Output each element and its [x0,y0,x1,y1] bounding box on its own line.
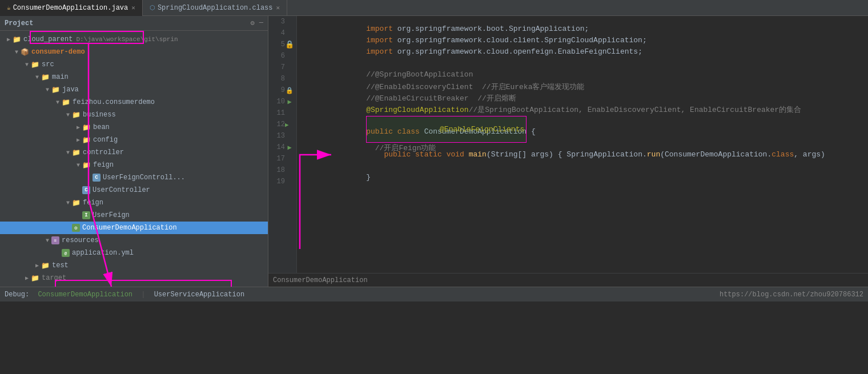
status-bar: Debug: ConsumerDemoApplication | UserSer… [0,287,868,301]
folder-icon-bean: 📁 [82,123,91,132]
code-line-11: @EnableFeignClients //开启Feign功能 [304,107,861,119]
folder-icon-test: 📁 [41,262,50,270]
folder-icon-target: 📁 [31,274,39,283]
tree-item-consumer-demo[interactable]: ▼ 📦 consumer-demo [0,46,268,58]
class-icon-user-ctrl: C [82,186,90,194]
tree-item-target[interactable]: ▶ 📁 target [0,272,268,284]
line-num-5: 5 [272,41,285,49]
line-num-12: 12 [272,120,285,128]
line-num-17: 17 [272,155,285,163]
tab-spring-cloud-app[interactable]: ⬡ SpringCloudApplication.class ✕ [143,0,287,16]
toggle-main[interactable]: ▼ [33,74,41,81]
tree-item-resources[interactable]: ▼ ≡ resources [0,234,268,247]
tree-item-cloud-parent[interactable]: ▶ 📁 cloud_parent D:\java\workSpace\git\s… [0,33,268,46]
user-feign-ctrl-label: UserFeignControll... [103,174,185,182]
code-text-area: import org.springframework.boot.SpringAp… [297,16,868,273]
line-num-18: 18 [272,166,285,174]
toggle-business[interactable]: ▼ [64,112,72,118]
tree-item-user-feign[interactable]: I UserFeign [0,209,268,222]
toggle-controller[interactable]: ▼ [64,150,72,156]
yml-icon: @ [62,249,70,257]
tab-close-btn[interactable]: ✕ [131,4,135,11]
folder-icon-consumer: 📦 [21,48,29,57]
feign-top-label: feign [83,199,103,207]
toggle-test[interactable]: ▶ [33,262,41,269]
resources-icon: ≡ [51,236,59,244]
folder-icon-config: 📁 [82,136,91,144]
tree-item-consumer-demo-app[interactable]: ⚙ ConsumerDemoApplication [0,222,268,234]
settings-icon[interactable]: ⚙ [251,19,255,27]
line-num-4: 4 [272,29,285,37]
panel-icons: ⚙ — [251,19,263,27]
tree-item-feign-top[interactable]: ▼ 📁 feign [0,196,268,209]
resources-label: resources [62,236,99,244]
test-label: test [52,262,69,270]
feign-sub-label: feign [93,161,114,169]
app1-status[interactable]: ConsumerDemoApplication [38,291,132,299]
toggle-consumer-demo[interactable]: ▼ [13,49,21,55]
tree-item-config[interactable]: ▶ 📁 config [0,134,268,146]
panel-header: Project ⚙ — [0,16,268,31]
line-num-13: 13 [272,132,285,140]
line-num-9: 9 [272,86,285,94]
tab-label-2: SpringCloudApplication.class [158,4,273,12]
folder-icon-feign-sub: 📁 [82,161,91,170]
toggle-cloud-parent[interactable]: ▶ [5,36,13,43]
lock-icon-5: 🔒 [285,40,294,49]
toggle-bean[interactable]: ▶ [74,124,82,131]
toggle-feign-sub[interactable]: ▼ [74,162,82,168]
line-num-3: 3 [272,18,285,26]
toggle-feign-top[interactable]: ▼ [64,200,72,206]
code-line-18: } [304,164,861,176]
toggle-target[interactable]: ▶ [23,275,31,281]
line-num-6: 6 [272,52,285,60]
app2-status[interactable]: UserServiceApplication [154,291,244,299]
controller-label: controller [83,148,124,156]
class-icon-user-feign-ctrl: C [93,174,101,182]
tree-item-controller[interactable]: ▼ 📁 controller [0,146,268,159]
collapse-icon[interactable]: — [259,19,263,27]
main-label: main [52,73,69,81]
tree-item-bean[interactable]: ▶ 📁 bean [0,121,268,134]
class-file-icon: ⬡ [150,4,155,11]
tree-item-user-ctrl[interactable]: C UserController [0,184,268,196]
line-num-8: 8 [272,75,285,83]
tree-item-feign-sub[interactable]: ▼ 📁 feign [0,159,268,171]
run-icon-10[interactable]: ▶ [285,98,294,106]
cloud-parent-path: D:\java\workSpace\git\sprin [76,36,178,43]
tree-item-test[interactable]: ▶ 📁 test [0,259,268,272]
toggle-java[interactable]: ▼ [43,87,51,93]
status-url: https://blog.csdn.net/zhou920786312 [720,291,863,299]
business-label: business [83,111,116,119]
cloud-parent-label: cloud_parent [23,35,73,43]
line-num-10: 10 [272,98,285,106]
code-editor: 3 4 5 🔒 [268,16,868,287]
tree-item-business[interactable]: ▼ 📁 business [0,108,268,121]
run-icon-14[interactable]: ▶ [285,143,294,152]
toggle-resources[interactable]: ▼ [43,238,51,244]
tree-item-user-feign-ctrl[interactable]: C UserFeignControll... [0,171,268,184]
consumer-demo-app-label: ConsumerDemoApplication [82,224,177,232]
folder-icon-business: 📁 [72,111,81,119]
tab-close-btn-2[interactable]: ✕ [276,4,280,11]
tree-item-java[interactable]: ▼ 📁 java [0,83,268,96]
tree-item-main[interactable]: ▼ 📁 main [0,71,268,83]
toggle-feizhou[interactable]: ▼ [54,99,62,106]
tree-item-app-yml[interactable]: @ application.yml [0,247,268,259]
folder-icon-feizhou: 📁 [62,98,70,107]
src-label: src [42,61,54,69]
toggle-config[interactable]: ▶ [74,136,82,143]
app-yml-label: application.yml [72,249,134,257]
consumer-demo-label: consumer-demo [31,48,85,56]
line-num-19: 19 [272,178,285,186]
tab-consumer-demo-app[interactable]: ☕ ConsumerDemoApplication.java ✕ [0,0,143,16]
toggle-src[interactable]: ▼ [23,62,31,68]
run-icon-12[interactable]: ▶ [285,121,289,128]
interface-icon-user-feign: I [82,211,90,219]
gutter: 3 4 5 🔒 [268,16,297,273]
run-debug-12[interactable]: ▶ [285,121,294,128]
tree-item-src[interactable]: ▼ 📁 src [0,58,268,71]
code-line-3: import org.springframework.boot.SpringAp… [304,16,861,27]
tree-item-feizhou[interactable]: ▼ 📁 feizhou.consumerdemo [0,96,268,108]
user-feign-label: UserFeign [93,211,130,219]
